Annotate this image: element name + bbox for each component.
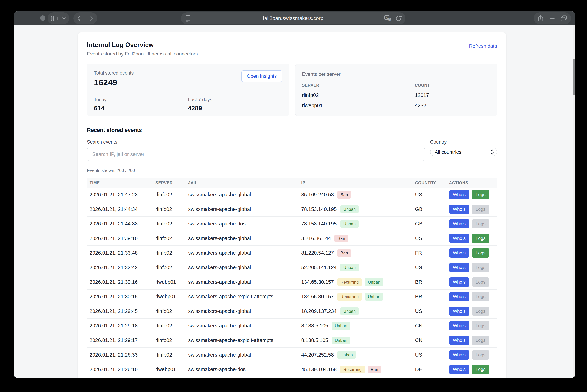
nav-divider — [85, 16, 86, 22]
event-jail: swissmakers-apache-exploit-attempts — [188, 338, 301, 343]
scrollbar-thumb[interactable] — [573, 59, 575, 95]
reader-icon[interactable] — [185, 15, 191, 22]
event-country: US — [415, 308, 449, 314]
event-jail: swissmakers-apache-global — [188, 264, 301, 270]
logs-button[interactable]: Logs — [472, 336, 489, 345]
unban-badge: Unban — [365, 293, 384, 300]
last7-value: 4289 — [188, 104, 282, 112]
country-select[interactable]: All countries — [430, 148, 497, 156]
last7-label: Last 7 days — [188, 97, 282, 102]
chevron-down-icon[interactable] — [62, 17, 66, 20]
logs-button[interactable]: Logs — [472, 248, 489, 258]
share-icon[interactable] — [538, 15, 543, 22]
toolbar-right-group — [534, 12, 571, 24]
col-header-actions: ACTIONS — [449, 180, 497, 185]
event-jail: swissmakers-apache-global — [188, 250, 301, 256]
table-row: 2026.01.21, 21:44:33 rlinfp02 swissmaker… — [87, 217, 497, 231]
search-events-label: Search events — [87, 139, 425, 145]
recurring-badge: Recurring — [337, 293, 362, 300]
event-ip: 8.138.5.105 — [301, 338, 328, 343]
event-country: GB — [415, 206, 449, 212]
total-events-label: Total stored events — [94, 70, 134, 76]
close-window-button[interactable] — [40, 16, 45, 21]
total-events-value: 16249 — [94, 78, 134, 87]
event-country: CN — [415, 338, 449, 343]
search-input[interactable] — [87, 148, 425, 161]
whois-button[interactable]: Whois — [449, 350, 469, 360]
table-row: 2026.01.21, 21:32:42 rlinfp02 swissmaker… — [87, 260, 497, 275]
per-server-col-server: SERVER — [302, 83, 415, 88]
event-server: rlinfp02 — [155, 192, 188, 198]
events-table-header: TIME SERVER JAIL IP COUNTRY ACTIONS — [87, 178, 497, 188]
event-server: rlinfp02 — [155, 323, 188, 329]
unban-badge: Unban — [332, 336, 350, 344]
event-server: rlinfp02 — [155, 206, 188, 212]
forward-icon[interactable] — [90, 16, 93, 21]
reload-icon[interactable] — [395, 15, 402, 22]
logs-button[interactable]: Logs — [472, 321, 489, 330]
event-ip: 78.153.140.195 — [301, 221, 337, 227]
logs-button[interactable]: Logs — [472, 350, 489, 360]
whois-button[interactable]: Whois — [449, 278, 469, 287]
logs-button[interactable]: Logs — [472, 278, 489, 287]
logs-button[interactable]: Logs — [472, 365, 489, 374]
event-jail: swissmakers-apache-global — [188, 236, 301, 241]
whois-button[interactable]: Whois — [449, 248, 469, 258]
event-server: rlinfp02 — [155, 338, 188, 343]
event-jail: swissmakers-apache-exploit-attempts — [188, 294, 301, 300]
event-server: rlinfp02 — [155, 236, 188, 241]
col-header-ip: IP — [301, 180, 415, 185]
unban-badge: Unban — [340, 308, 359, 315]
whois-button[interactable]: Whois — [449, 234, 469, 243]
event-ip: 52.205.141.124 — [301, 264, 337, 270]
event-jail: swissmakers-apache-global — [188, 206, 301, 212]
open-insights-button[interactable]: Open insights — [241, 70, 282, 82]
svg-text:A: A — [386, 16, 388, 20]
event-jail: swissmakers-apache-global — [188, 352, 301, 358]
logs-button[interactable]: Logs — [472, 234, 489, 243]
event-ip: 134.65.30.157 — [301, 279, 334, 285]
event-time: 2026.01.21, 21:30:16 — [87, 279, 155, 285]
whois-button[interactable]: Whois — [449, 365, 469, 374]
per-server-title: Events per server — [302, 72, 490, 77]
logs-button[interactable]: Logs — [472, 204, 489, 214]
whois-button[interactable]: Whois — [449, 190, 469, 199]
col-header-time: TIME — [87, 180, 155, 185]
address-bar[interactable]: fail2ban.swissmakers.corp A文 — [181, 12, 405, 24]
event-server: rlinfp02 — [155, 352, 188, 358]
url-text: fail2ban.swissmakers.corp — [263, 16, 323, 21]
event-time: 2026.01.21, 21:44:34 — [87, 206, 155, 212]
event-time: 2026.01.21, 21:26:33 — [87, 352, 155, 358]
whois-button[interactable]: Whois — [449, 336, 469, 345]
per-server-col-count: COUNT — [415, 83, 490, 88]
tab-overview-icon[interactable] — [561, 16, 567, 22]
table-row: 2026.01.21, 21:47:23 rlinfp02 swissmaker… — [87, 188, 497, 202]
event-server: rlinfp02 — [155, 221, 188, 227]
translate-icon[interactable]: A文 — [384, 15, 391, 22]
logs-button[interactable]: Logs — [472, 190, 489, 199]
back-icon[interactable] — [78, 16, 81, 21]
browser-window: fail2ban.swissmakers.corp A文 — [14, 11, 575, 378]
whois-button[interactable]: Whois — [449, 306, 469, 316]
whois-button[interactable]: Whois — [449, 263, 469, 272]
event-country: FR — [415, 250, 449, 256]
today-value: 614 — [94, 104, 188, 112]
logs-button[interactable]: Logs — [472, 292, 489, 301]
whois-button[interactable]: Whois — [449, 292, 469, 301]
whois-button[interactable]: Whois — [449, 204, 469, 214]
event-country: US — [415, 192, 449, 198]
event-time: 2026.01.21, 21:47:23 — [87, 192, 155, 198]
new-tab-icon[interactable] — [549, 16, 555, 21]
event-server: rlwebp01 — [155, 366, 188, 372]
whois-button[interactable]: Whois — [449, 219, 469, 228]
unban-badge: Unban — [340, 206, 359, 213]
refresh-data-link[interactable]: Refresh data — [469, 43, 497, 49]
per-server-name: rlinfp02 — [302, 92, 415, 98]
event-time: 2026.01.21, 21:32:42 — [87, 264, 155, 270]
logs-button[interactable]: Logs — [472, 263, 489, 272]
sidebar-icon[interactable] — [51, 16, 58, 21]
whois-button[interactable]: Whois — [449, 321, 469, 330]
logs-button[interactable]: Logs — [472, 306, 489, 316]
event-jail: swissmakers-apache-global — [188, 279, 301, 285]
logs-button[interactable]: Logs — [472, 219, 489, 228]
